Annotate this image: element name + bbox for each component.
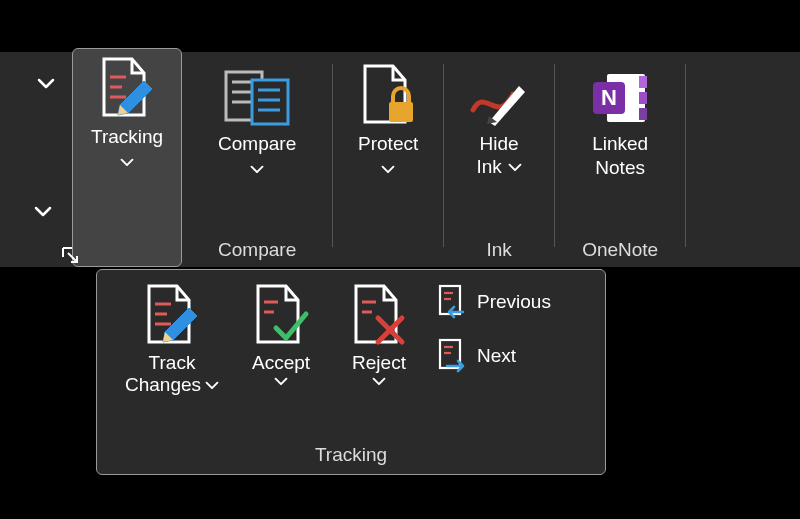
tracking-button[interactable]: Tracking [72,48,182,267]
previous-label: Previous [477,291,551,313]
next-button[interactable]: Next [437,338,551,374]
group-label-compare: Compare [182,239,332,261]
previous-button[interactable]: Previous [437,284,551,320]
svg-rect-15 [639,108,647,120]
chevron-down-icon [120,155,134,169]
protect-button[interactable]: Protect [352,62,424,176]
linked-notes-label-2: Notes [595,156,645,180]
chevron-down-icon [381,162,395,176]
reject-label: Reject [352,352,406,374]
svg-rect-13 [639,76,647,88]
collapsed-control-1[interactable] [0,52,63,112]
linked-notes-label-1: Linked [592,132,648,156]
chevron-down-icon [274,374,288,388]
svg-rect-7 [252,80,288,124]
group-label-ink: Ink [444,239,554,261]
tracking-flyout: Track Changes Accept [96,269,606,475]
hide-ink-label-1: Hide [480,132,519,156]
hide-ink-button[interactable]: Hide Ink [463,62,535,178]
compare-label: Compare [218,132,296,156]
accept-icon [252,282,310,346]
ink-group: Hide Ink Ink [444,52,554,267]
chevron-down-icon [34,202,52,220]
onenote-icon: N [591,62,649,126]
separator [685,64,686,247]
svg-text:N: N [601,85,617,110]
group-label-onenote: OneNote [555,239,685,261]
tracking-icon [98,55,156,119]
next-label: Next [477,345,516,367]
flyout-group-label: Tracking [97,444,605,466]
chevron-down-icon [508,160,522,174]
compare-group: Compare Compare [182,52,332,267]
hide-ink-label-2: Ink [476,156,501,178]
accept-button[interactable]: Accept [235,282,327,388]
track-changes-button[interactable]: Track Changes [117,282,227,396]
svg-rect-11 [389,102,413,122]
next-icon [437,338,467,374]
protect-label: Protect [358,132,418,156]
reject-button[interactable]: Reject [335,282,423,388]
compare-icon [224,62,290,126]
accept-label: Accept [252,352,310,374]
svg-rect-14 [639,92,647,104]
compare-button[interactable]: Compare [212,62,302,176]
chevron-down-icon [250,162,264,176]
ribbon-groups: Tracking [72,52,686,267]
track-changes-label-2: Changes [125,374,201,396]
linked-notes-button[interactable]: N Linked Notes [585,62,655,180]
collapsed-control-2[interactable] [0,172,60,267]
reject-icon [350,282,408,346]
chevron-down-icon [372,374,386,388]
ink-icon [469,62,529,126]
protect-icon [359,62,417,126]
ribbon-bar: Tracking [0,52,800,267]
previous-icon [437,284,467,320]
chevron-down-icon [205,378,219,392]
protect-group: Protect [333,52,443,267]
track-changes-icon [143,282,201,346]
onenote-group: N Linked Notes OneNote [555,52,685,267]
track-changes-label-1: Track [149,352,196,374]
chevron-down-icon [37,74,55,92]
dialog-launcher-icon[interactable] [60,245,80,270]
tracking-label: Tracking [91,125,163,149]
